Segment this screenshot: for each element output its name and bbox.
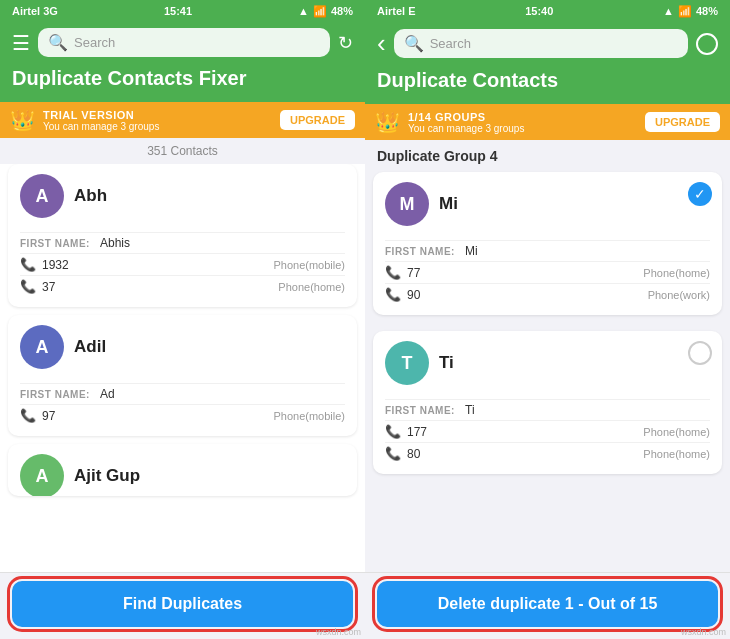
contacts-list-right: M Mi ✓ FIRST NAME: Mi 📞 77 Phone(home) 📞… xyxy=(365,168,730,572)
phone-row-abh-2: 📞 37 Phone(home) xyxy=(20,275,345,297)
status-bar-right: Airtel E 15:40 ▲ 📶 48% xyxy=(365,0,730,22)
phone-icon-abh-1: 📞 xyxy=(20,257,36,272)
carrier-right: Airtel E xyxy=(377,5,416,17)
search-placeholder-right: Search xyxy=(430,36,471,51)
phone-row-mi-1: 📞 77 Phone(home) xyxy=(385,261,710,283)
section-divider xyxy=(365,323,730,331)
phone-icon-mi-2: 📞 xyxy=(385,287,401,302)
phone-num-mi-1: 77 xyxy=(407,266,637,280)
firstname-row-ti: FIRST NAME: Ti xyxy=(385,399,710,420)
search-icon-right: 🔍 xyxy=(404,34,424,53)
delete-duplicate-button[interactable]: Delete duplicate 1 - Out of 15 xyxy=(377,581,718,627)
phone-right: Airtel E 15:40 ▲ 📶 48% ‹ 🔍 Search Duplic… xyxy=(365,0,730,639)
find-duplicates-button[interactable]: Find Duplicates xyxy=(12,581,353,627)
avatar-ajit: A xyxy=(20,454,64,496)
phone-num-adil-1: 97 xyxy=(42,409,267,423)
crown-icon-left: 👑 xyxy=(10,108,35,132)
upgrade-btn-right[interactable]: UPGRADE xyxy=(645,112,720,132)
app-title-left: Duplicate Contacts Fixer xyxy=(12,67,353,90)
firstname-row-mi: FIRST NAME: Mi xyxy=(385,240,710,261)
phone-type-ti-1: Phone(home) xyxy=(643,426,710,438)
firstname-label-adil: FIRST NAME: xyxy=(20,389,100,400)
signal-icon-left: ▲ xyxy=(298,5,309,17)
contacts-count: 351 Contacts xyxy=(0,138,365,164)
contact-name-adil: Adil xyxy=(74,337,106,357)
firstname-value-abh: Abhis xyxy=(100,236,130,250)
phone-type-ti-2: Phone(home) xyxy=(643,448,710,460)
contact-card-adil[interactable]: A Adil FIRST NAME: Ad 📞 97 Phone(mobile) xyxy=(8,315,357,436)
firstname-label-ti: FIRST NAME: xyxy=(385,405,465,416)
phone-icon-mi-1: 📞 xyxy=(385,265,401,280)
refresh-icon[interactable]: ↻ xyxy=(338,32,353,54)
app-title-bar-right: Duplicate Contacts xyxy=(365,69,730,104)
upgrade-btn-left[interactable]: UPGRADE xyxy=(280,110,355,130)
phone-type-adil-1: Phone(mobile) xyxy=(273,410,345,422)
phone-icon-abh-2: 📞 xyxy=(20,279,36,294)
trial-banner-left: 👑 TRIAL VERSION You can manage 3 groups … xyxy=(0,102,365,138)
avatar-mi: M xyxy=(385,182,429,226)
contact-card-ajit[interactable]: A Ajit Gup xyxy=(8,444,357,496)
wifi-icon-right: 📶 xyxy=(678,5,692,18)
phone-icon-adil-1: 📞 xyxy=(20,408,36,423)
firstname-label-abh: FIRST NAME: xyxy=(20,238,100,249)
contact-card-ti[interactable]: T Ti FIRST NAME: Ti 📞 177 Phone(home) 📞 … xyxy=(373,331,722,474)
firstname-row-abh: FIRST NAME: Abhis xyxy=(20,232,345,253)
trial-text-right: 1/14 GROUPS You can manage 3 groups xyxy=(408,111,637,134)
search-bar-right[interactable]: 🔍 Search xyxy=(394,29,688,58)
contact-name-mi: Mi xyxy=(439,194,458,214)
phone-icon-ti-1: 📞 xyxy=(385,424,401,439)
search-placeholder-left: Search xyxy=(74,35,115,50)
firstname-value-ti: Ti xyxy=(465,403,475,417)
avatar-adil: A xyxy=(20,325,64,369)
phone-type-abh-1: Phone(mobile) xyxy=(273,259,345,271)
firstname-row-adil: FIRST NAME: Ad xyxy=(20,383,345,404)
phone-row-ti-1: 📞 177 Phone(home) xyxy=(385,420,710,442)
crown-icon-right: 👑 xyxy=(375,110,400,134)
trial-text-left: TRIAL VERSION You can manage 3 groups xyxy=(43,109,272,132)
contact-name-abh: Abh xyxy=(74,186,107,206)
contact-card-mi[interactable]: M Mi ✓ FIRST NAME: Mi 📞 77 Phone(home) 📞… xyxy=(373,172,722,315)
wifi-icon-left: 📶 xyxy=(313,5,327,18)
phone-num-abh-2: 37 xyxy=(42,280,272,294)
circle-icon[interactable] xyxy=(696,33,718,55)
phone-type-mi-2: Phone(work) xyxy=(648,289,710,301)
back-icon[interactable]: ‹ xyxy=(377,28,386,59)
contact-card-abh[interactable]: A Abh FIRST NAME: Abhis 📞 1932 Phone(mob… xyxy=(8,164,357,307)
time-right: 15:40 xyxy=(525,5,553,17)
empty-circle-ti[interactable] xyxy=(688,341,712,365)
phone-type-abh-2: Phone(home) xyxy=(278,281,345,293)
group-label: Duplicate Group 4 xyxy=(365,140,730,168)
bottom-bar-left: Find Duplicates xyxy=(0,572,365,639)
phone-num-abh-1: 1932 xyxy=(42,258,267,272)
phone-row-abh-1: 📞 1932 Phone(mobile) xyxy=(20,253,345,275)
phone-row-mi-2: 📞 90 Phone(work) xyxy=(385,283,710,305)
phone-row-adil-1: 📞 97 Phone(mobile) xyxy=(20,404,345,426)
firstname-value-mi: Mi xyxy=(465,244,478,258)
menu-icon[interactable]: ☰ xyxy=(12,31,30,55)
battery-left: 48% xyxy=(331,5,353,17)
bottom-bar-right: Delete duplicate 1 - Out of 15 xyxy=(365,572,730,639)
app-title-bar-left: Duplicate Contacts Fixer xyxy=(0,67,365,102)
trial-title-right: 1/14 GROUPS xyxy=(408,111,637,123)
carrier-left: Airtel 3G xyxy=(12,5,58,17)
trial-sub-right: You can manage 3 groups xyxy=(408,123,637,134)
phone-num-ti-2: 80 xyxy=(407,447,637,461)
phone-row-ti-2: 📞 80 Phone(home) xyxy=(385,442,710,464)
trial-sub-left: You can manage 3 groups xyxy=(43,121,272,132)
trial-banner-right: 👑 1/14 GROUPS You can manage 3 groups UP… xyxy=(365,104,730,140)
top-nav-left: ☰ 🔍 Search ↻ xyxy=(0,22,365,67)
time-left: 15:41 xyxy=(164,5,192,17)
watermark-left: wsxdn.com xyxy=(316,627,361,637)
status-bar-left: Airtel 3G 15:41 ▲ 📶 48% xyxy=(0,0,365,22)
top-nav-right: ‹ 🔍 Search xyxy=(365,22,730,69)
phone-num-ti-1: 177 xyxy=(407,425,637,439)
search-bar-left[interactable]: 🔍 Search xyxy=(38,28,330,57)
watermark-right: wsxdn.com xyxy=(681,627,726,637)
signal-icon-right: ▲ xyxy=(663,5,674,17)
phone-type-mi-1: Phone(home) xyxy=(643,267,710,279)
app-title-right: Duplicate Contacts xyxy=(377,69,718,92)
search-icon-left: 🔍 xyxy=(48,33,68,52)
avatar-ti: T xyxy=(385,341,429,385)
contact-name-ajit: Ajit Gup xyxy=(74,466,140,486)
battery-right: 48% xyxy=(696,5,718,17)
